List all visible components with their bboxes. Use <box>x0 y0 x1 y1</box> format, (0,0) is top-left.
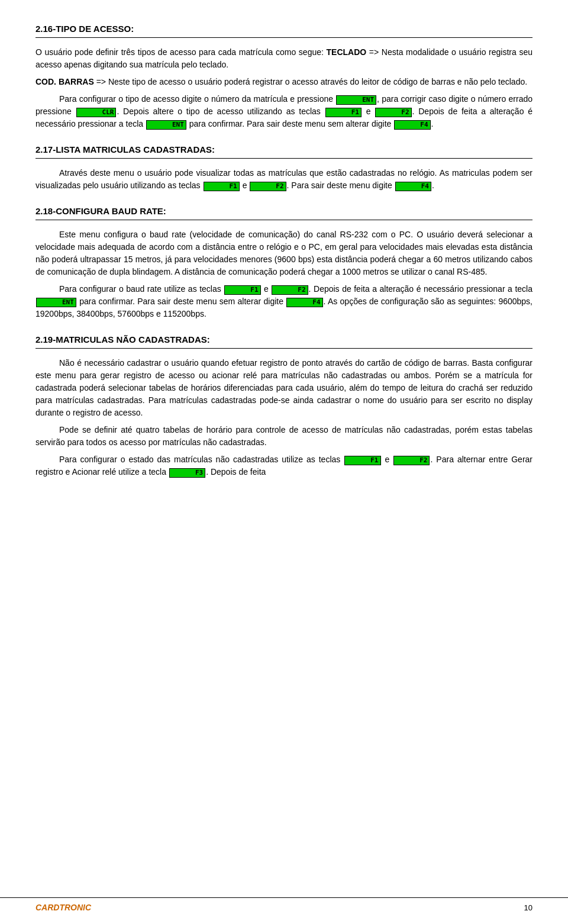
divider-219 <box>36 348 532 349</box>
key-f4-2: F4 <box>395 182 431 191</box>
key-f2-1: F2 <box>375 108 411 117</box>
key-f1-4: F1 <box>344 456 380 465</box>
key-f1-2: F1 <box>204 182 240 191</box>
bold-cod-barras: COD. BARRAS <box>36 77 94 86</box>
divider-218 <box>36 220 532 220</box>
para-218-2: Para configurar o baud rate utilize as t… <box>36 283 532 320</box>
section-title-219: 2.19-MATRICULAS NÃO CADASTRADAS: <box>36 334 532 345</box>
section-218: 2.18-CONFIGURA BAUD RATE: Este menu conf… <box>36 206 532 320</box>
section-title-217: 2.17-LISTA MATRICULAS CADASTRADAS: <box>36 144 532 154</box>
section-216: 2.16-TIPO DE ACESSO: O usuário pode defi… <box>36 24 532 130</box>
key-f2-4: F2 <box>393 456 430 465</box>
key-f1-3: F1 <box>224 285 260 295</box>
key-f4-3: F4 <box>286 298 322 307</box>
para-216-3: Para configurar o tipo de acesso digite … <box>36 93 532 130</box>
divider-216 <box>36 37 532 38</box>
page: 2.16-TIPO DE ACESSO: O usuário pode defi… <box>0 0 568 924</box>
key-f4-1: F4 <box>394 120 430 130</box>
section-217: 2.17-LISTA MATRICULAS CADASTRADAS: Atrav… <box>36 144 532 192</box>
key-ent-2: ENT <box>146 120 186 130</box>
key-ent-1: ENT <box>336 95 376 105</box>
section-title-218: 2.18-CONFIGURA BAUD RATE: <box>36 206 532 216</box>
para-219-2: Pode se definir até quatro tabelas de ho… <box>36 424 532 449</box>
para-216-1: O usuário pode definir três tipos de ace… <box>36 46 532 71</box>
key-f2-3: F2 <box>272 285 308 295</box>
divider-217 <box>36 158 532 159</box>
para-216-2: COD. BARRAS => Neste tipo de acesso o us… <box>36 76 532 88</box>
key-ent-3: ENT <box>36 298 76 307</box>
para-219-3: Para configurar o estado das matrículas … <box>36 453 532 478</box>
bold-teclado: TECLADO <box>327 47 367 57</box>
key-f2-2: F2 <box>250 182 286 191</box>
key-clr-1: CLR <box>76 108 117 117</box>
footer-page-number: 10 <box>524 903 532 912</box>
para-217-1: Através deste menu o usuário pode visual… <box>36 167 532 192</box>
para-219-1: Não é necessário cadastrar o usuário qua… <box>36 357 532 419</box>
footer: CARDTRONIC 10 <box>0 897 568 912</box>
section-219: 2.19-MATRICULAS NÃO CADASTRADAS: Não é n… <box>36 334 532 478</box>
key-f1-1: F1 <box>325 108 362 117</box>
para-218-1: Este menu configura o baud rate (velocid… <box>36 228 532 278</box>
section-title-216: 2.16-TIPO DE ACESSO: <box>36 24 532 34</box>
key-f3-1: F3 <box>169 468 205 478</box>
footer-brand: CARDTRONIC <box>36 903 91 912</box>
